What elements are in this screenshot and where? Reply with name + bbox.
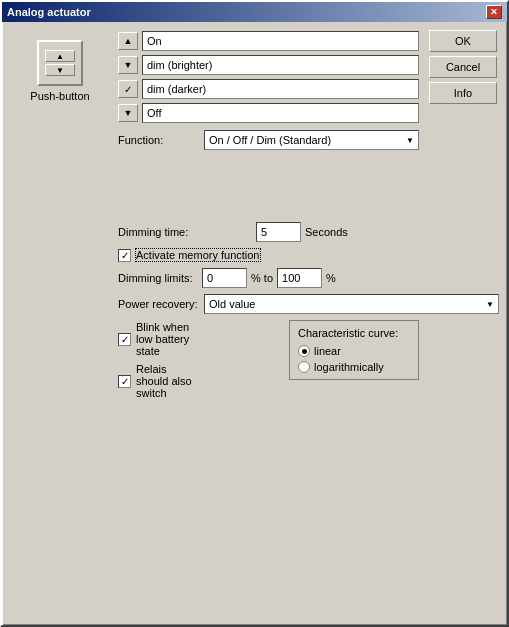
action-buttons: OK Cancel Info bbox=[429, 30, 499, 104]
dimming-pct-to: % to bbox=[251, 272, 273, 284]
dimming-pct: % bbox=[326, 272, 336, 284]
relais-checkbox[interactable]: ✓ bbox=[118, 375, 131, 388]
blink-checkbox-row: ✓ Blink when low battery state bbox=[118, 320, 201, 358]
dimming-time-unit: Seconds bbox=[305, 226, 348, 238]
radio-linear-row: linear bbox=[298, 345, 410, 357]
characteristic-curve-title: Characteristic curve: bbox=[298, 327, 410, 339]
cancel-button[interactable]: Cancel bbox=[429, 56, 497, 78]
list-item: ▲ On bbox=[118, 30, 419, 52]
radio-linear[interactable] bbox=[298, 345, 310, 357]
pb-arrow-up: ▲ bbox=[56, 52, 64, 61]
push-button-icon: ▲ ▼ bbox=[37, 40, 83, 86]
ok-button[interactable]: OK bbox=[429, 30, 497, 52]
radio-linear-label: linear bbox=[314, 345, 341, 357]
relais-checkbox-label: Relais should also switch bbox=[135, 362, 201, 400]
item-icon-1[interactable]: ▼ bbox=[118, 56, 138, 74]
list-item: ✓ dim (darker) bbox=[118, 78, 419, 100]
dimming-limits-row: Dimming limits: 0 % to 100 % bbox=[118, 268, 499, 288]
dimming-limits-label: Dimming limits: bbox=[118, 272, 198, 284]
dimming-time-row: Dimming time: 5 Seconds bbox=[118, 222, 419, 242]
item-text-0[interactable]: On bbox=[142, 31, 419, 51]
pb-arrow-down: ▼ bbox=[56, 66, 64, 75]
dimming-to-input[interactable]: 100 bbox=[277, 268, 322, 288]
function-select[interactable]: On / Off / Dim (Standard) ▼ bbox=[204, 130, 419, 150]
items-list: ▲ On ▼ dim (brighter) ✓ dim (darker) bbox=[118, 30, 419, 124]
list-item: ▼ Off bbox=[118, 102, 419, 124]
memory-checkbox-label: Activate memory function bbox=[135, 248, 261, 262]
item-text-1[interactable]: dim (brighter) bbox=[142, 55, 419, 75]
dimming-time-label: Dimming time: bbox=[118, 226, 198, 238]
radio-logarithmically-label: logarithmically bbox=[314, 361, 384, 373]
power-recovery-select[interactable]: Old value ▼ bbox=[204, 294, 499, 314]
item-icon-2[interactable]: ✓ bbox=[118, 80, 138, 98]
memory-checkbox-row: ✓ Activate memory function bbox=[118, 248, 419, 262]
window-title: Analog actuator bbox=[7, 6, 91, 18]
pb-inner-bottom: ▼ bbox=[45, 64, 75, 76]
item-text-2[interactable]: dim (darker) bbox=[142, 79, 419, 99]
memory-checkbox[interactable]: ✓ bbox=[118, 249, 131, 262]
spacer bbox=[118, 156, 499, 216]
radio-logarithmically-row: logarithmically bbox=[298, 361, 410, 373]
close-button[interactable]: ✕ bbox=[486, 5, 502, 19]
relais-checkbox-row: ✓ Relais should also switch bbox=[118, 362, 201, 400]
item-icon-3[interactable]: ▼ bbox=[118, 104, 138, 122]
pb-inner-top: ▲ bbox=[45, 50, 75, 62]
title-bar-buttons: ✕ bbox=[486, 5, 502, 19]
item-icon-0[interactable]: ▲ bbox=[118, 32, 138, 50]
radio-logarithmically[interactable] bbox=[298, 361, 310, 373]
dimming-from-input[interactable]: 0 bbox=[202, 268, 247, 288]
title-bar: Analog actuator ✕ bbox=[2, 2, 507, 22]
power-recovery-arrow: ▼ bbox=[486, 300, 494, 309]
blink-checkbox-label: Blink when low battery state bbox=[135, 320, 201, 358]
function-label: Function: bbox=[118, 134, 198, 146]
power-recovery-row: Power recovery: Old value ▼ bbox=[118, 294, 499, 314]
power-recovery-label: Power recovery: bbox=[118, 298, 198, 310]
item-text-3[interactable]: Off bbox=[142, 103, 419, 123]
blink-checkbox[interactable]: ✓ bbox=[118, 333, 131, 346]
main-window: Analog actuator ✕ ▲ ▼ Push-button OK Can bbox=[0, 0, 509, 627]
dimming-time-input[interactable]: 5 bbox=[256, 222, 301, 242]
list-item: ▼ dim (brighter) bbox=[118, 54, 419, 76]
left-panel: ▲ ▼ Push-button bbox=[10, 30, 110, 617]
push-button-label: Push-button bbox=[30, 90, 89, 102]
bottom-section: ✓ Blink when low battery state ✓ Relais … bbox=[118, 320, 419, 400]
radio-linear-dot bbox=[302, 349, 307, 354]
characteristic-curve-group: Characteristic curve: linear logarithmic… bbox=[289, 320, 419, 380]
content-area: ▲ ▼ Push-button OK Cancel Info ▲ bbox=[2, 22, 507, 625]
info-button[interactable]: Info bbox=[429, 82, 497, 104]
function-row: Function: On / Off / Dim (Standard) ▼ bbox=[118, 130, 419, 150]
function-select-arrow: ▼ bbox=[406, 136, 414, 145]
bottom-left: ✓ Blink when low battery state ✓ Relais … bbox=[118, 320, 281, 400]
